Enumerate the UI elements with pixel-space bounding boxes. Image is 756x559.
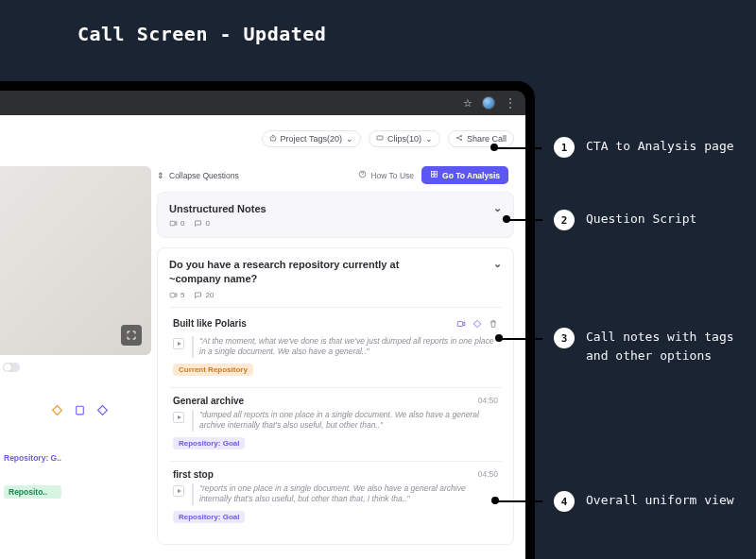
annotation-badge: 4 xyxy=(554,491,575,512)
left-tag-purple[interactable]: Repository: G.. xyxy=(4,453,61,463)
note-tag[interactable]: Current Repository xyxy=(173,364,253,376)
note-title: General archive xyxy=(173,396,244,406)
play-button[interactable] xyxy=(173,485,184,497)
question-title: Do you have a research repository curren… xyxy=(169,258,453,286)
unstructured-title: Unstructured Notes xyxy=(169,203,266,214)
note-timestamp: 04:50 xyxy=(472,469,498,479)
question-card: Do you have a research repository curren… xyxy=(157,247,514,545)
questions-panel: ⇕ Collapse Questions How To Use Go To An… xyxy=(157,166,514,559)
tag-tool-icons xyxy=(49,402,110,417)
annotation-badge: 2 xyxy=(554,210,575,230)
note-tag[interactable]: Repository: Goal xyxy=(173,511,245,523)
clips-button[interactable]: Clips(10) ⌄ xyxy=(369,130,440,147)
video-thumbnail[interactable] xyxy=(0,166,151,355)
call-note: General archive 04:50 "dumped all report… xyxy=(169,387,502,461)
annotation-badge: 1 xyxy=(554,137,575,158)
left-tag-list: Repository: G.. Reposito.. xyxy=(4,453,61,499)
note-count: 20 xyxy=(194,291,214,299)
project-tags-label: Project Tags(20) xyxy=(281,134,342,144)
bookmark-star-icon[interactable]: ☆ xyxy=(463,97,472,110)
annotation-text: CTA to Analysis page xyxy=(586,137,734,156)
tag-outline-icon[interactable] xyxy=(49,402,64,417)
note-title: Built like Polaris xyxy=(173,318,247,329)
annotation-layer: 1 CTA to Analysis page 2 Question Script… xyxy=(510,0,756,559)
note-title: first stop xyxy=(173,469,214,480)
clips-label: Clips(10) xyxy=(387,134,421,144)
chevron-down-icon[interactable]: ⌄ xyxy=(493,258,502,270)
annotation-dot xyxy=(490,144,498,151)
annotation-dot xyxy=(491,497,499,504)
note-quote: "At the moment, what we've done is that … xyxy=(192,336,498,358)
help-icon xyxy=(358,170,367,180)
expand-video-button[interactable] xyxy=(121,325,142,346)
svg-rect-12 xyxy=(170,293,175,297)
svg-point-2 xyxy=(456,137,457,138)
svg-rect-11 xyxy=(170,221,175,226)
svg-point-0 xyxy=(272,137,273,138)
page-title: Call Screen - Updated xyxy=(77,23,326,45)
share-label: Share Call xyxy=(467,134,507,144)
annotation-text: Call notes with tags and other options xyxy=(586,328,737,364)
chevron-down-icon: ⌄ xyxy=(346,134,353,144)
app-screen: Project Tags(20) ⌄ Clips(10) ⌄ Share Cal… xyxy=(0,115,525,559)
play-button[interactable] xyxy=(173,412,184,423)
annotation-badge: 3 xyxy=(554,328,575,348)
analysis-toggle-row: ysis xyxy=(0,363,20,372)
play-button[interactable] xyxy=(173,338,184,349)
top-actions: Project Tags(20) ⌄ Clips(10) ⌄ Share Cal… xyxy=(262,130,514,147)
call-note: Built like Polaris "At the moment, what … xyxy=(169,307,502,387)
annotation-text: Overall uniform view xyxy=(586,491,734,510)
svg-rect-5 xyxy=(76,406,83,415)
chevron-down-icon[interactable]: ⌄ xyxy=(493,202,502,214)
tag-icon[interactable] xyxy=(472,315,482,332)
grid-icon xyxy=(430,170,438,180)
tag-icon xyxy=(269,134,277,144)
note-count: 0 xyxy=(194,219,209,228)
device-frame: ☆ ⋮ Project Tags(20) ⌄ Clips(10) ⌄ Share… xyxy=(0,81,535,559)
browser-chrome: ☆ ⋮ xyxy=(0,91,525,115)
svg-rect-10 xyxy=(435,175,438,178)
analysis-toggle[interactable] xyxy=(3,363,20,372)
go-to-analysis-button[interactable]: Go To Analysis xyxy=(421,166,508,184)
svg-rect-1 xyxy=(377,136,383,140)
collapse-label: Collapse Questions xyxy=(169,171,239,180)
trash-icon[interactable] xyxy=(489,315,498,332)
tag-filled-icon[interactable] xyxy=(94,402,110,417)
note-actions xyxy=(456,315,498,332)
chevron-down-icon: ⌄ xyxy=(425,134,433,144)
project-tags-button[interactable]: Project Tags(20) ⌄ xyxy=(262,130,361,147)
unstructured-notes-card[interactable]: Unstructured Notes ⌄ 0 0 xyxy=(157,192,514,238)
svg-rect-9 xyxy=(432,175,435,178)
share-icon xyxy=(455,134,463,144)
note-icon[interactable] xyxy=(72,402,87,417)
video-icon[interactable] xyxy=(456,315,466,332)
profile-avatar[interactable] xyxy=(482,96,495,110)
how-to-label: How To Use xyxy=(370,171,414,180)
video-count: 0 xyxy=(169,219,184,228)
call-note: first stop 04:50 "reports in one place i… xyxy=(169,461,502,534)
how-to-use-button[interactable]: How To Use xyxy=(358,170,414,180)
annotation-text: Question Script xyxy=(586,210,696,229)
svg-rect-13 xyxy=(457,321,462,326)
clip-icon xyxy=(376,134,384,144)
annotation-dot xyxy=(503,215,510,223)
note-quote: "reports in one place in a single docume… xyxy=(192,483,498,505)
note-tag[interactable]: Repository: Goal xyxy=(173,437,245,449)
annotation-dot xyxy=(495,334,503,342)
analysis-label: Go To Analysis xyxy=(442,171,500,180)
svg-rect-7 xyxy=(432,172,435,175)
note-timestamp: 04:50 xyxy=(472,396,498,405)
share-call-button[interactable]: Share Call xyxy=(448,130,514,147)
collapse-icon: ⇕ xyxy=(157,171,164,180)
svg-point-3 xyxy=(460,135,461,136)
left-tag-green[interactable]: Reposito.. xyxy=(4,485,61,499)
video-count: 5 xyxy=(169,291,184,299)
svg-rect-8 xyxy=(435,172,438,175)
collapse-questions-button[interactable]: ⇕ Collapse Questions xyxy=(157,171,239,180)
note-quote: "dumped all reports in one place in a si… xyxy=(192,410,498,432)
svg-point-4 xyxy=(460,139,461,140)
